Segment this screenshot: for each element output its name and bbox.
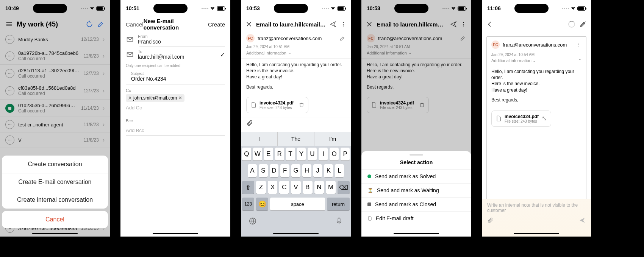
- numbers-key[interactable]: 123: [242, 198, 254, 210]
- item-title: d281d113-a1...3022ec09f76: [18, 68, 80, 73]
- app-header: My work (45): [0, 17, 110, 32]
- keyboard-suggestions: I The I'm: [241, 132, 351, 146]
- from-row: FC franz@areconversations.com: [487, 37, 586, 53]
- send-icon[interactable]: [579, 217, 586, 224]
- backspace-key[interactable]: ⌫: [338, 181, 350, 194]
- keyboard[interactable]: I The I'm QWERTYUIOP ASDFGHJKL ⇧ZXCVBNM⌫…: [241, 132, 351, 237]
- mic-icon[interactable]: [335, 217, 343, 225]
- additional-info-toggle[interactable]: Additional information ⌄ ⌃: [487, 57, 586, 65]
- return-key[interactable]: return: [327, 198, 350, 210]
- attach-bar: [241, 117, 351, 130]
- send-icon[interactable]: [450, 21, 457, 28]
- clock: 11:06: [487, 5, 501, 11]
- item-date: 11/8/23: [84, 137, 99, 143]
- more-icon[interactable]: [340, 21, 346, 27]
- status-bar: 10:49: [0, 0, 110, 17]
- more-icon[interactable]: [461, 21, 467, 27]
- refresh-icon[interactable]: [86, 20, 93, 28]
- attachment[interactable]: invoice4324.pdfFile size: 243 bytes: [491, 111, 551, 127]
- paperclip-icon[interactable]: [487, 217, 493, 223]
- menu-icon[interactable]: [5, 20, 13, 28]
- list-item[interactable]: d281d113-a1...3022ec09f76Call occurred12…: [0, 65, 110, 82]
- svg-point-22: [129, 97, 130, 98]
- action-waiting[interactable]: ⏳Send and mark as Waiting: [361, 183, 471, 197]
- cancel-option[interactable]: Cancel: [2, 211, 108, 228]
- compose-icon[interactable]: [97, 20, 105, 28]
- add-cc-input[interactable]: Add Cc: [126, 105, 225, 113]
- from-email: franz@areconversations.com: [258, 36, 322, 41]
- additional-info-toggle[interactable]: Additional information⌄: [361, 49, 471, 58]
- action-solved[interactable]: Send and mark as Solved: [361, 169, 471, 183]
- attachment[interactable]: invoice4324.pdfFile size: 243 bytes: [246, 97, 308, 113]
- notch: [33, 4, 67, 13]
- cc-section-label: Cc: [120, 84, 230, 94]
- edit-icon[interactable]: [339, 35, 345, 41]
- from-field[interactable]: FromFrancisco: [120, 32, 230, 47]
- action-edit-draft[interactable]: Edit E-mail draft: [361, 211, 471, 225]
- close-icon[interactable]: [245, 21, 252, 28]
- space-key[interactable]: space: [270, 198, 325, 210]
- modal-header: Cancel New E-mail conversation Create: [120, 17, 230, 32]
- list-item[interactable]: 01d2353b-a...26bc9966e7cCall occurred11/…: [0, 100, 110, 117]
- svg-point-14: [9, 124, 10, 125]
- svg-point-31: [578, 43, 579, 44]
- clock: 10:53: [246, 5, 260, 11]
- paperclip-icon[interactable]: [246, 120, 253, 126]
- list-item[interactable]: test cr...nother agent11/8/23›: [0, 117, 110, 132]
- suggestion[interactable]: I'm: [314, 132, 351, 146]
- list-item[interactable]: V11/8/23›: [0, 132, 110, 148]
- additional-info-toggle[interactable]: Additional information⌄: [241, 49, 351, 58]
- home-indicator: [514, 233, 559, 234]
- back-icon[interactable]: [486, 21, 493, 28]
- cancel-button[interactable]: Cancel: [126, 21, 144, 28]
- open-icon[interactable]: [542, 116, 547, 121]
- item-title: Muddy Banks: [18, 37, 77, 42]
- cc-chip[interactable]: john.smith@mail.com ✕: [126, 94, 184, 102]
- to-field[interactable]: Tolaure.hill@mail.com ✓: [120, 47, 230, 62]
- suggestion[interactable]: The: [278, 132, 314, 146]
- attachment[interactable]: invoice4324.pdfFile size: 243 bytes: [367, 97, 429, 113]
- screen-email-draft: 10:53 Email to laure.hill@mail.com FC fr…: [241, 0, 351, 237]
- more-icon[interactable]: [576, 42, 581, 47]
- emoji-key[interactable]: 😊: [256, 198, 268, 210]
- subject-input[interactable]: Order No.4234: [131, 76, 220, 82]
- svg-point-7: [9, 73, 10, 74]
- email-body[interactable]: Hello, I am contacting you regarding you…: [241, 58, 351, 93]
- item-title: 01d2353b-a...26bc9966e7c: [18, 103, 77, 108]
- list-item[interactable]: cf83a85f-8d...5681ed0a8dCall occurred12/…: [0, 82, 110, 100]
- svg-point-32: [578, 44, 579, 45]
- globe-icon[interactable]: [249, 217, 257, 225]
- trash-icon[interactable]: [419, 102, 425, 108]
- cc-chip-email: john.smith@mail.com: [133, 95, 177, 101]
- create-conversation-option[interactable]: Create conversation: [2, 156, 108, 173]
- shift-key[interactable]: ⇧: [242, 181, 254, 194]
- create-email-conversation-option[interactable]: Create E-mail conversation: [2, 173, 108, 191]
- home-indicator: [273, 233, 319, 234]
- list-item[interactable]: Muddy Banks12/12/23›: [0, 32, 110, 47]
- notch: [274, 4, 308, 13]
- close-icon[interactable]: [366, 21, 373, 28]
- no-edit-icon[interactable]: [580, 21, 586, 28]
- create-button[interactable]: Create: [208, 21, 225, 28]
- from-row: FC franz@areconversations.com: [361, 32, 471, 45]
- create-internal-conversation-option[interactable]: Create internal conversation: [2, 191, 108, 209]
- item-subtitle: Call occurred: [18, 73, 80, 79]
- svg-point-13: [8, 124, 9, 125]
- action-closed[interactable]: Send and mark as Closed: [361, 197, 471, 211]
- chevron-right-icon: ›: [103, 70, 105, 77]
- send-icon[interactable]: [330, 21, 336, 28]
- list-item[interactable]: 0a19726b-a...7845ca6beb6Call occurred12/…: [0, 47, 110, 65]
- edit-icon[interactable]: [460, 35, 466, 41]
- add-bcc-input[interactable]: Add Bcc: [126, 128, 225, 136]
- sheet-handle[interactable]: [410, 154, 423, 156]
- notch: [514, 4, 549, 13]
- note-input[interactable]: Write an internal note that is not visib…: [487, 202, 586, 213]
- svg-point-25: [343, 26, 344, 26]
- status-bar: 10:53: [241, 0, 351, 17]
- hourglass-icon: ⏳: [367, 188, 373, 193]
- suggestion[interactable]: I: [241, 132, 278, 146]
- clock: 10:49: [5, 5, 19, 11]
- trash-icon[interactable]: [299, 102, 304, 108]
- remove-chip-icon[interactable]: ✕: [178, 95, 182, 101]
- file-icon: [250, 101, 256, 109]
